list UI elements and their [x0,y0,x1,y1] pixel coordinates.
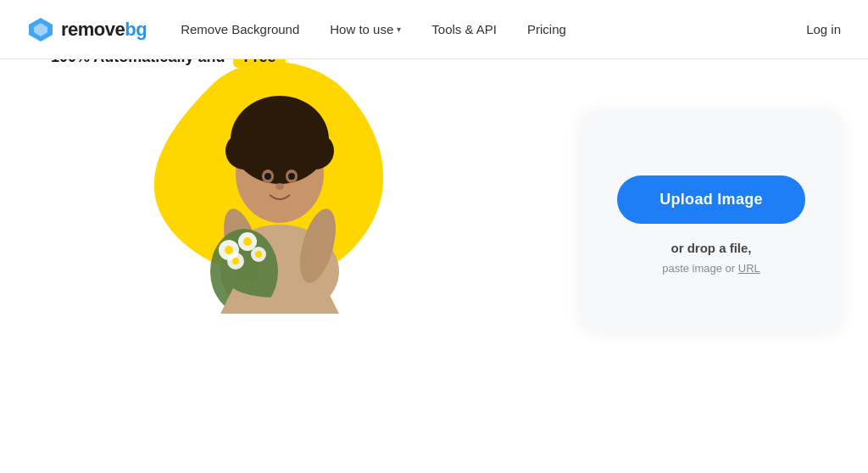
nav-remove-background[interactable]: Remove Background [181,22,299,36]
svg-point-24 [232,258,239,264]
chevron-down-icon: ▾ [397,25,401,34]
nav-pricing[interactable]: Pricing [527,22,566,36]
svg-point-12 [263,109,297,142]
svg-point-22 [225,246,233,254]
upload-image-button[interactable]: Upload Image [617,175,805,224]
main-content: Remove Image Background 100% Automatical… [0,59,868,473]
hero-text: Remove Image Background 100% Automatical… [51,59,492,68]
svg-point-15 [264,173,271,180]
logo-text: removebg [61,19,147,41]
left-section: Remove Image Background 100% Automatical… [51,59,580,85]
login-button[interactable]: Log in [806,22,841,36]
paste-or-url-text: paste image or URL [662,262,760,275]
free-badge: Free [233,59,286,68]
url-link[interactable]: URL [738,262,760,275]
nav-actions: Log in [806,22,841,36]
hero-image-area [136,59,441,331]
nav-tools-api[interactable]: Tools & API [431,22,497,36]
svg-point-23 [243,237,252,246]
hero-subtitle: 100% Automatically and Free [51,59,492,68]
nav-how-to-use[interactable]: How to use ▾ [330,22,401,36]
right-section: Upload Image or drop a file, paste image… [580,59,868,331]
drop-file-text: or drop a file, [670,241,751,255]
navbar: removebg Remove Background How to use ▾ … [0,0,868,59]
person-illustration [153,59,407,314]
svg-point-16 [288,173,295,180]
logo[interactable]: removebg [27,16,147,43]
nav-links: Remove Background How to use ▾ Tools & A… [181,22,806,36]
svg-point-26 [255,251,262,258]
svg-point-17 [275,183,284,190]
logo-icon [27,16,54,43]
upload-card: Upload Image or drop a file, paste image… [580,110,843,331]
